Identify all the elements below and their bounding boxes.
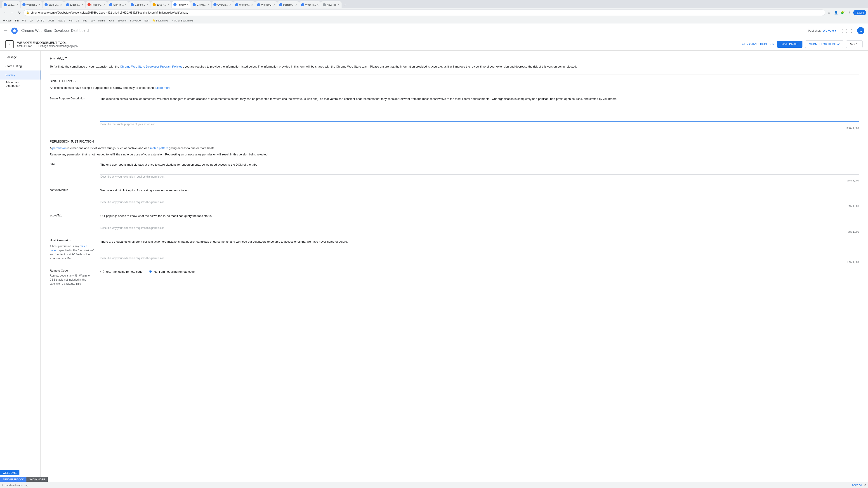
tab-2020[interactable]: 2020... ✕ <box>2 1 20 8</box>
avatar[interactable]: C <box>857 27 864 34</box>
tab-chrome[interactable]: G chro... ✕ <box>191 1 211 8</box>
paused-button[interactable]: Paused <box>853 10 866 15</box>
host-match-pattern-link[interactable]: match pattern <box>50 245 87 252</box>
sidebar-item-privacy[interactable]: Privacy <box>0 70 40 79</box>
show-all-button[interactable]: Show All <box>852 484 862 486</box>
new-tab-button[interactable]: + <box>342 2 348 8</box>
tab-close-icon[interactable]: ✕ <box>251 3 253 6</box>
grid-icon[interactable]: ⋮⋮⋮ <box>840 28 854 33</box>
context-menus-textarea[interactable] <box>100 187 859 199</box>
tab-close-icon[interactable]: ✕ <box>147 3 149 6</box>
tab-close-icon[interactable]: ✕ <box>103 3 105 6</box>
apps-icon: ⊞ <box>3 19 5 22</box>
sidebar-item-store-listing[interactable]: Store Listing <box>0 61 40 70</box>
profile-icon[interactable]: 👤 <box>833 9 839 16</box>
show-more-button[interactable]: SHOW MORE <box>26 477 48 482</box>
remote-code-yes-radio[interactable] <box>100 270 104 273</box>
tab-welcome1[interactable]: Welcom... ✕ <box>233 1 255 8</box>
address-bar[interactable]: 🔒 chrome.google.com/u/0/webstore/devcons… <box>24 9 825 16</box>
tab-signin[interactable]: Sign in ... ✕ <box>107 1 129 8</box>
tab-close-icon[interactable]: ✕ <box>295 3 297 6</box>
host-permission-desc: A host permission is any match pattern s… <box>50 243 95 260</box>
bookmark-icon[interactable]: ☆ <box>826 9 833 16</box>
bookmark-we[interactable]: We <box>21 19 27 22</box>
remote-code-yes-option[interactable]: Yes, I am using remote code. <box>100 270 143 273</box>
tab-close-icon[interactable]: ✕ <box>317 3 319 6</box>
tabs-textarea[interactable] <box>100 162 859 173</box>
extension-icon[interactable]: 🧩 <box>840 9 846 16</box>
policy-link[interactable]: Chrome Web Store Developer Program Polic… <box>120 65 182 68</box>
learn-more-link[interactable]: Learn more. <box>156 86 171 90</box>
tab-wednesday[interactable]: Wednes... ✕ <box>21 1 42 8</box>
tab-perform[interactable]: Perform... ✕ <box>277 1 299 8</box>
bookmark-security[interactable]: Security <box>116 19 128 22</box>
tab-close-icon[interactable]: ✕ <box>38 3 41 6</box>
tab-extension[interactable]: Extensi... ✕ <box>64 1 85 8</box>
remote-code-no-radio[interactable] <box>149 270 152 273</box>
send-feedback-button[interactable]: SEND FEEDBACK <box>0 477 26 482</box>
settings-icon[interactable]: ⋮ <box>846 9 853 16</box>
tab-reopen[interactable]: Reopen... ✕ <box>86 1 107 8</box>
tab-close-icon[interactable]: ✕ <box>60 3 62 6</box>
tab-newtab[interactable]: New Tab ✕ <box>321 1 342 8</box>
bookmark-buy[interactable]: buy <box>89 19 96 22</box>
single-purpose-textarea[interactable] <box>100 96 859 122</box>
tab-close-icon[interactable]: ✕ <box>273 3 275 6</box>
tab-label: Perform... <box>283 3 294 6</box>
tab-close-icon[interactable]: ✕ <box>186 3 189 6</box>
bookmark-home[interactable]: Home <box>97 19 106 22</box>
save-draft-button[interactable]: SAVE DRAFT <box>777 41 803 48</box>
match-pattern-link[interactable]: match pattern <box>150 147 168 150</box>
active-tab-textarea[interactable] <box>100 213 859 224</box>
back-button[interactable]: ← <box>2 9 8 16</box>
remote-code-row: Remote Code Remote code is any JS, Wasm,… <box>50 269 859 286</box>
tab-close-icon[interactable]: ✕ <box>207 3 210 6</box>
bookmark-bookmarks[interactable]: ⭐ Bookmarks <box>151 19 170 22</box>
tab-close-icon[interactable]: ✕ <box>81 3 84 6</box>
tab-privacy[interactable]: Privacy ✕ <box>172 1 191 8</box>
tab-close-icon[interactable]: ✕ <box>338 3 340 6</box>
bookmark-apps[interactable]: ⊞ Apps <box>2 19 13 22</box>
chrome-logo <box>11 28 18 34</box>
tab-1966[interactable]: 1966 A... ✕ <box>151 1 171 8</box>
sidebar-item-pricing[interactable]: Pricing and Distribution <box>0 79 40 89</box>
bookmark-vol[interactable]: Vol <box>68 19 74 22</box>
bookmark-js[interactable]: JS <box>75 19 81 22</box>
tab-sara[interactable]: Sara Gi... ✕ <box>43 1 64 8</box>
app-brand: Chrome Web Store <box>21 29 52 33</box>
why-cant-publish-button[interactable]: WHY CAN'T I PUBLISH? <box>741 42 774 46</box>
hamburger-menu[interactable]: ☰ <box>4 28 8 33</box>
bookmark-fin[interactable]: Fin <box>14 19 20 22</box>
bookmark-other[interactable]: » Other Bookmarks <box>170 19 195 22</box>
close-downloads-icon[interactable]: ✕ <box>864 484 866 486</box>
bookmark-oa-bd[interactable]: OA BD <box>35 19 46 22</box>
permission-link[interactable]: permission <box>53 147 67 150</box>
tab-close-icon[interactable]: ✕ <box>125 3 127 6</box>
bookmark-real-e[interactable]: Real E <box>57 19 67 22</box>
host-permission-textarea[interactable] <box>100 238 859 254</box>
bookmark-java[interactable]: Java <box>107 19 115 22</box>
extension-name: WE VOTE ENDORSEMENT TOOL <box>17 41 78 44</box>
reload-button[interactable]: ↻ <box>16 9 23 16</box>
tab-welcome2[interactable]: Welcom... ✕ <box>255 1 277 8</box>
tab-whatis[interactable]: What Is... ✕ <box>299 1 320 8</box>
remote-code-no-option[interactable]: No, I am not using remote code. <box>149 270 195 273</box>
tab-favicon <box>323 3 326 6</box>
tab-google[interactable]: Google ... ✕ <box>129 1 151 8</box>
tab-overview[interactable]: Overvie... ✕ <box>212 1 233 8</box>
sidebar-item-package[interactable]: Package <box>0 53 40 61</box>
forward-button[interactable]: → <box>9 9 16 16</box>
tab-close-icon[interactable]: ✕ <box>16 3 19 6</box>
more-button[interactable]: MORE <box>846 40 863 48</box>
bookmark-oa-it[interactable]: OA IT <box>46 19 56 22</box>
extension-header: W WE VOTE ENDORSEMENT TOOL Status: Draft… <box>0 38 868 51</box>
submit-for-review-button[interactable]: SUBMIT FOR REVIEW <box>805 40 843 48</box>
tab-close-icon[interactable]: ✕ <box>167 3 169 6</box>
tab-label: Privacy <box>178 3 186 6</box>
bookmark-sunverge[interactable]: Sunverge <box>129 19 142 22</box>
publisher-dropdown[interactable]: We Vote ▾ <box>823 29 836 32</box>
bookmark-oa[interactable]: OA <box>28 19 35 22</box>
bookmark-sail[interactable]: Sail <box>143 19 150 22</box>
bookmark-kids[interactable]: kids <box>81 19 89 22</box>
tab-close-icon[interactable]: ✕ <box>229 3 231 6</box>
